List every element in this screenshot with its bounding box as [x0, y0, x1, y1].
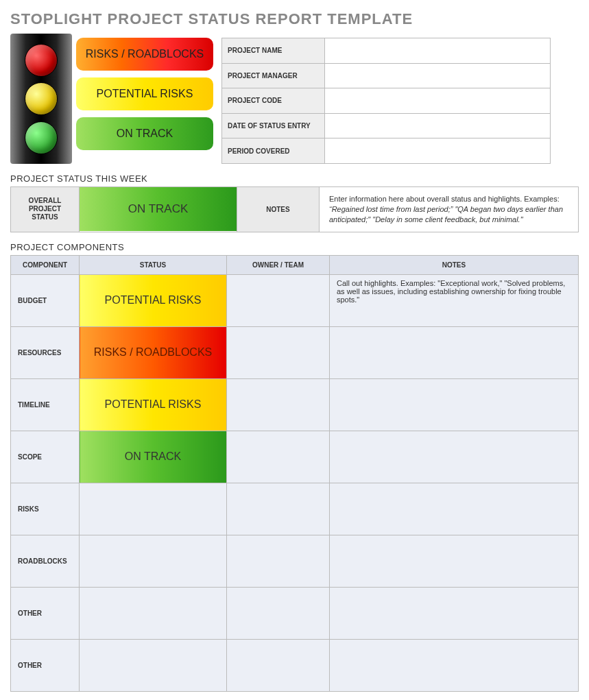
- component-name: OTHER: [11, 639, 80, 691]
- component-status[interactable]: [80, 639, 227, 691]
- stoplight-icon: [10, 34, 72, 164]
- table-row: RISKS: [11, 483, 579, 535]
- overall-status-cell[interactable]: ON TRACK: [80, 187, 237, 232]
- component-owner[interactable]: [227, 483, 330, 535]
- date-label: DATE OF STATUS ENTRY: [222, 113, 325, 138]
- project-manager-label: PROJECT MANAGER: [222, 63, 325, 88]
- component-owner[interactable]: [227, 378, 330, 431]
- component-notes[interactable]: Call out highlights. Examples: "Exceptio…: [330, 274, 579, 326]
- component-owner[interactable]: [227, 274, 330, 326]
- component-status[interactable]: [80, 535, 227, 587]
- project-manager-input[interactable]: [325, 63, 551, 88]
- red-light-icon: [25, 44, 58, 77]
- component-notes[interactable]: [330, 483, 579, 535]
- overall-label-1: OVERALL: [29, 197, 62, 204]
- component-notes[interactable]: [330, 431, 579, 483]
- page-title: STOPLIGHT PROJECT STATUS REPORT TEMPLATE: [10, 10, 579, 28]
- component-owner[interactable]: [227, 431, 330, 483]
- project-code-label: PROJECT CODE: [222, 88, 325, 114]
- component-notes[interactable]: [330, 378, 579, 431]
- components-table: COMPONENT STATUS OWNER / TEAM NOTES BUDG…: [10, 255, 579, 692]
- component-notes[interactable]: [330, 535, 579, 587]
- overall-status-value: ON TRACK: [80, 187, 237, 231]
- component-name: SCOPE: [11, 431, 80, 483]
- overall-status-label: OVERALL PROJECT STATUS: [11, 187, 80, 232]
- component-name: RISKS: [11, 483, 80, 535]
- component-name: BUDGET: [11, 274, 80, 326]
- period-label: PERIOD COVERED: [222, 138, 325, 164]
- status-week-title: PROJECT STATUS THIS WEEK: [10, 173, 579, 184]
- component-notes[interactable]: [330, 639, 579, 691]
- table-row: TIMELINEPOTENTIAL RISKS: [11, 378, 579, 431]
- header-component: COMPONENT: [11, 255, 80, 274]
- header-area: RISKS / ROADBLOCKS POTENTIAL RISKS ON TR…: [10, 34, 579, 164]
- component-owner[interactable]: [227, 587, 330, 639]
- table-row: OTHER: [11, 587, 579, 639]
- component-name: OTHER: [11, 587, 80, 639]
- overall-label-3: STATUS: [32, 213, 58, 221]
- component-status[interactable]: POTENTIAL RISKS: [80, 274, 227, 326]
- table-row: SCOPEON TRACK: [11, 431, 579, 483]
- header-status: STATUS: [80, 255, 227, 274]
- component-status[interactable]: POTENTIAL RISKS: [80, 378, 227, 431]
- component-owner[interactable]: [227, 326, 330, 378]
- legend-pills: RISKS / ROADBLOCKS POTENTIAL RISKS ON TR…: [76, 38, 213, 150]
- header-notes: NOTES: [330, 255, 579, 274]
- component-name: ROADBLOCKS: [11, 535, 80, 587]
- component-name: RESOURCES: [11, 326, 80, 378]
- date-input[interactable]: [325, 113, 551, 138]
- component-name: TIMELINE: [11, 378, 80, 431]
- component-status[interactable]: [80, 483, 227, 535]
- status-week-table: OVERALL PROJECT STATUS ON TRACK NOTES En…: [10, 186, 579, 232]
- notes-intro: Enter information here about overall sta…: [329, 195, 560, 203]
- green-light-icon: [25, 121, 58, 154]
- overall-label-2: PROJECT: [29, 205, 61, 213]
- period-input[interactable]: [325, 138, 551, 164]
- component-status[interactable]: [80, 587, 227, 639]
- notes-examples: “Regained lost time from last period;” "…: [329, 205, 563, 224]
- components-title: PROJECT COMPONENTS: [10, 242, 579, 252]
- header-owner: OWNER / TEAM: [227, 255, 330, 274]
- project-code-input[interactable]: [325, 88, 551, 114]
- project-name-input[interactable]: [325, 38, 551, 64]
- notes-label: NOTES: [237, 187, 320, 232]
- component-status[interactable]: ON TRACK: [80, 431, 227, 483]
- legend-yellow: POTENTIAL RISKS: [76, 77, 213, 110]
- table-row: OTHER: [11, 639, 579, 691]
- table-row: BUDGETPOTENTIAL RISKSCall out highlights…: [11, 274, 579, 326]
- table-row: RESOURCESRISKS / ROADBLOCKS: [11, 326, 579, 378]
- component-notes[interactable]: [330, 326, 579, 378]
- component-notes[interactable]: [330, 587, 579, 639]
- project-meta-table: PROJECT NAME PROJECT MANAGER PROJECT COD…: [221, 38, 551, 164]
- legend-block: RISKS / ROADBLOCKS POTENTIAL RISKS ON TR…: [10, 34, 213, 164]
- project-name-label: PROJECT NAME: [222, 38, 325, 64]
- component-owner[interactable]: [227, 639, 330, 691]
- yellow-light-icon: [25, 82, 58, 115]
- component-status[interactable]: RISKS / ROADBLOCKS: [80, 326, 227, 378]
- legend-red: RISKS / ROADBLOCKS: [76, 38, 213, 71]
- table-row: ROADBLOCKS: [11, 535, 579, 587]
- notes-cell[interactable]: Enter information here about overall sta…: [320, 187, 579, 232]
- legend-green: ON TRACK: [76, 117, 213, 150]
- component-owner[interactable]: [227, 535, 330, 587]
